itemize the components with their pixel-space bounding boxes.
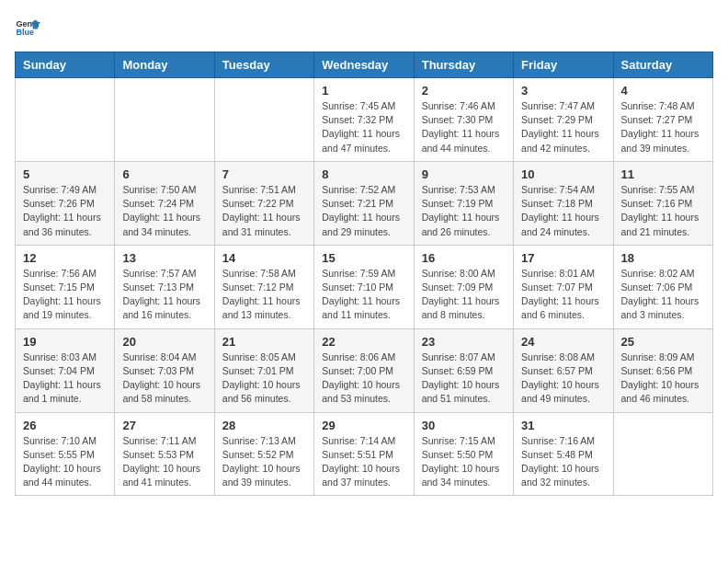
- calendar-cell: 4Sunrise: 7:48 AM Sunset: 7:27 PM Daylig…: [613, 78, 712, 162]
- day-info: Sunrise: 7:54 AM Sunset: 7:18 PM Dayligh…: [521, 183, 605, 239]
- calendar-cell: 23Sunrise: 8:07 AM Sunset: 6:59 PM Dayli…: [414, 328, 513, 412]
- calendar-cell: 12Sunrise: 7:56 AM Sunset: 7:15 PM Dayli…: [16, 245, 115, 328]
- day-number: 12: [23, 251, 107, 265]
- calendar-week-row: 1Sunrise: 7:45 AM Sunset: 7:32 PM Daylig…: [16, 78, 713, 162]
- page-header: General Blue: [15, 15, 713, 40]
- svg-text:Blue: Blue: [16, 28, 34, 37]
- day-number: 15: [322, 251, 405, 265]
- day-info: Sunrise: 7:51 AM Sunset: 7:22 PM Dayligh…: [222, 183, 306, 239]
- weekday-header-row: SundayMondayTuesdayWednesdayThursdayFrid…: [16, 52, 713, 78]
- day-number: 25: [621, 335, 705, 349]
- day-number: 13: [122, 251, 206, 265]
- day-info: Sunrise: 8:02 AM Sunset: 7:06 PM Dayligh…: [621, 267, 705, 323]
- calendar-cell: [613, 412, 712, 496]
- logo: General Blue: [15, 15, 40, 40]
- day-number: 29: [322, 419, 405, 432]
- day-number: 3: [521, 84, 605, 98]
- day-number: 9: [422, 167, 506, 181]
- calendar-cell: 1Sunrise: 7:45 AM Sunset: 7:32 PM Daylig…: [314, 78, 414, 162]
- day-info: Sunrise: 7:52 AM Sunset: 7:21 PM Dayligh…: [322, 183, 405, 239]
- day-info: Sunrise: 8:01 AM Sunset: 7:07 PM Dayligh…: [521, 267, 605, 323]
- weekday-header-friday: Friday: [514, 52, 613, 78]
- day-number: 5: [23, 167, 107, 181]
- day-info: Sunrise: 7:13 AM Sunset: 5:52 PM Dayligh…: [222, 434, 306, 490]
- calendar-cell: 10Sunrise: 7:54 AM Sunset: 7:18 PM Dayli…: [514, 161, 613, 245]
- calendar-cell: 21Sunrise: 8:05 AM Sunset: 7:01 PM Dayli…: [214, 328, 313, 412]
- day-number: 23: [422, 335, 506, 349]
- calendar-week-row: 19Sunrise: 8:03 AM Sunset: 7:04 PM Dayli…: [16, 328, 713, 412]
- day-info: Sunrise: 7:53 AM Sunset: 7:19 PM Dayligh…: [422, 183, 506, 239]
- day-info: Sunrise: 7:47 AM Sunset: 7:29 PM Dayligh…: [521, 99, 605, 155]
- day-number: 18: [621, 251, 705, 265]
- calendar-cell: 8Sunrise: 7:52 AM Sunset: 7:21 PM Daylig…: [314, 161, 414, 245]
- day-number: 24: [521, 335, 605, 349]
- weekday-header-thursday: Thursday: [414, 52, 513, 78]
- calendar-week-row: 12Sunrise: 7:56 AM Sunset: 7:15 PM Dayli…: [16, 245, 713, 328]
- calendar-cell: [16, 78, 115, 162]
- logo-icon: General Blue: [15, 15, 40, 40]
- day-number: 22: [322, 335, 405, 349]
- weekday-header-wednesday: Wednesday: [314, 52, 414, 78]
- calendar-cell: [214, 78, 313, 162]
- day-info: Sunrise: 7:16 AM Sunset: 5:48 PM Dayligh…: [521, 434, 605, 490]
- day-info: Sunrise: 8:09 AM Sunset: 6:56 PM Dayligh…: [621, 350, 705, 407]
- calendar-cell: 17Sunrise: 8:01 AM Sunset: 7:07 PM Dayli…: [514, 245, 613, 328]
- day-number: 1: [322, 84, 405, 98]
- calendar-cell: 3Sunrise: 7:47 AM Sunset: 7:29 PM Daylig…: [514, 78, 613, 162]
- day-number: 28: [222, 419, 306, 432]
- weekday-header-monday: Monday: [115, 52, 214, 78]
- day-number: 17: [521, 251, 605, 265]
- calendar-cell: 7Sunrise: 7:51 AM Sunset: 7:22 PM Daylig…: [214, 161, 313, 245]
- day-info: Sunrise: 7:48 AM Sunset: 7:27 PM Dayligh…: [621, 99, 705, 155]
- weekday-header-saturday: Saturday: [613, 52, 712, 78]
- calendar-cell: 16Sunrise: 8:00 AM Sunset: 7:09 PM Dayli…: [414, 245, 513, 328]
- day-number: 8: [322, 167, 405, 181]
- calendar-cell: 22Sunrise: 8:06 AM Sunset: 7:00 PM Dayli…: [314, 328, 414, 412]
- calendar-cell: 30Sunrise: 7:15 AM Sunset: 5:50 PM Dayli…: [414, 412, 513, 496]
- calendar-cell: 2Sunrise: 7:46 AM Sunset: 7:30 PM Daylig…: [414, 78, 513, 162]
- day-number: 27: [122, 419, 206, 432]
- day-info: Sunrise: 7:46 AM Sunset: 7:30 PM Dayligh…: [422, 99, 506, 155]
- calendar-cell: 31Sunrise: 7:16 AM Sunset: 5:48 PM Dayli…: [514, 412, 613, 496]
- calendar-cell: 18Sunrise: 8:02 AM Sunset: 7:06 PM Dayli…: [613, 245, 712, 328]
- calendar-cell: 15Sunrise: 7:59 AM Sunset: 7:10 PM Dayli…: [314, 245, 414, 328]
- calendar-week-row: 5Sunrise: 7:49 AM Sunset: 7:26 PM Daylig…: [16, 161, 713, 245]
- day-info: Sunrise: 8:00 AM Sunset: 7:09 PM Dayligh…: [422, 267, 506, 323]
- day-info: Sunrise: 7:11 AM Sunset: 5:53 PM Dayligh…: [122, 434, 206, 490]
- day-number: 21: [222, 335, 306, 349]
- day-number: 26: [23, 419, 107, 432]
- day-info: Sunrise: 8:04 AM Sunset: 7:03 PM Dayligh…: [122, 350, 206, 407]
- weekday-header-sunday: Sunday: [16, 52, 115, 78]
- day-info: Sunrise: 7:58 AM Sunset: 7:12 PM Dayligh…: [222, 267, 306, 323]
- day-number: 31: [521, 419, 605, 432]
- day-number: 19: [23, 335, 107, 349]
- day-info: Sunrise: 8:07 AM Sunset: 6:59 PM Dayligh…: [422, 350, 506, 407]
- day-info: Sunrise: 7:10 AM Sunset: 5:55 PM Dayligh…: [23, 434, 107, 490]
- day-number: 16: [422, 251, 506, 265]
- calendar-cell: 9Sunrise: 7:53 AM Sunset: 7:19 PM Daylig…: [414, 161, 513, 245]
- calendar-cell: 6Sunrise: 7:50 AM Sunset: 7:24 PM Daylig…: [115, 161, 214, 245]
- day-number: 6: [122, 167, 206, 181]
- calendar-cell: 20Sunrise: 8:04 AM Sunset: 7:03 PM Dayli…: [115, 328, 214, 412]
- calendar-cell: 26Sunrise: 7:10 AM Sunset: 5:55 PM Dayli…: [16, 412, 115, 496]
- day-number: 4: [621, 84, 705, 98]
- day-info: Sunrise: 7:45 AM Sunset: 7:32 PM Dayligh…: [322, 99, 405, 155]
- calendar-cell: 19Sunrise: 8:03 AM Sunset: 7:04 PM Dayli…: [16, 328, 115, 412]
- day-number: 10: [521, 167, 605, 181]
- day-info: Sunrise: 7:55 AM Sunset: 7:16 PM Dayligh…: [621, 183, 705, 239]
- calendar-cell: 5Sunrise: 7:49 AM Sunset: 7:26 PM Daylig…: [16, 161, 115, 245]
- calendar-cell: 28Sunrise: 7:13 AM Sunset: 5:52 PM Dayli…: [214, 412, 313, 496]
- day-number: 7: [222, 167, 306, 181]
- day-info: Sunrise: 7:59 AM Sunset: 7:10 PM Dayligh…: [322, 267, 405, 323]
- day-info: Sunrise: 7:56 AM Sunset: 7:15 PM Dayligh…: [23, 267, 107, 323]
- calendar-cell: 11Sunrise: 7:55 AM Sunset: 7:16 PM Dayli…: [613, 161, 712, 245]
- weekday-header-tuesday: Tuesday: [214, 52, 313, 78]
- calendar-cell: [115, 78, 214, 162]
- day-number: 11: [621, 167, 705, 181]
- day-number: 20: [122, 335, 206, 349]
- calendar-table: SundayMondayTuesdayWednesdayThursdayFrid…: [15, 52, 713, 496]
- day-number: 14: [222, 251, 306, 265]
- day-info: Sunrise: 8:05 AM Sunset: 7:01 PM Dayligh…: [222, 350, 306, 407]
- calendar-cell: 14Sunrise: 7:58 AM Sunset: 7:12 PM Dayli…: [214, 245, 313, 328]
- calendar-cell: 13Sunrise: 7:57 AM Sunset: 7:13 PM Dayli…: [115, 245, 214, 328]
